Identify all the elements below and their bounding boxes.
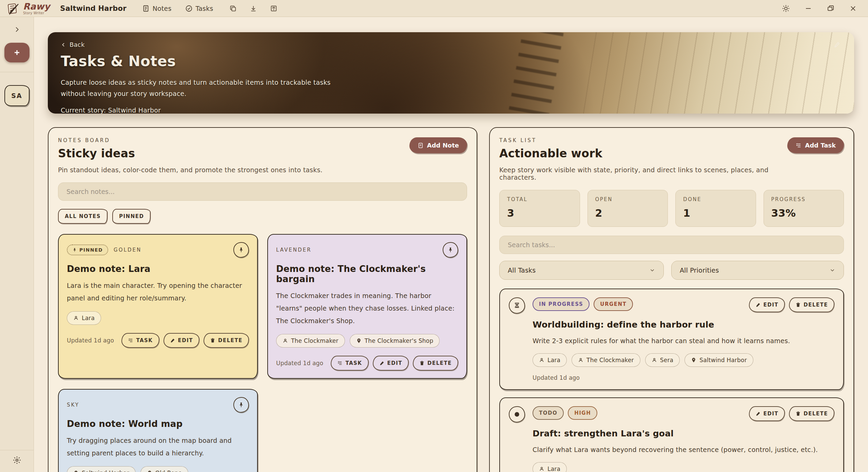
app-tagline: Story Writer (23, 12, 50, 15)
map-pin-icon (356, 338, 362, 343)
search-tasks-input[interactable] (499, 236, 844, 254)
nav-item-notes[interactable]: Notes (142, 5, 172, 12)
note-delete-button[interactable]: DELETE (413, 356, 458, 371)
filter-pinned[interactable]: PINNED (112, 209, 151, 224)
note-edit-button[interactable]: EDIT (373, 356, 409, 371)
person-icon (652, 357, 657, 363)
notes-board-panel: NOTES BOARD Sticky ideas Pin standout id… (48, 127, 477, 472)
copy-icon (229, 5, 237, 12)
person-icon (283, 338, 288, 343)
task-priority-filter[interactable]: All Priorities (671, 261, 844, 280)
note-card-lara: PINNED GOLDEN Demo note: Lara Lara is th… (58, 234, 258, 379)
map-pin-icon (691, 357, 696, 363)
trash-icon (419, 360, 425, 366)
task-delete-button[interactable]: DELETE (789, 297, 834, 312)
pin-icon (238, 247, 244, 253)
task-status-filter[interactable]: All Tasks (499, 261, 664, 280)
pin-toggle-button[interactable] (443, 242, 458, 258)
note-to-task-button[interactable]: TASK (121, 333, 159, 348)
character-tag: The Clockmaker (572, 353, 640, 367)
task-edit-button[interactable]: EDIT (749, 297, 785, 312)
pin-toggle-button[interactable] (233, 242, 249, 258)
note-card-clockmaker: LAVENDER Demo note: The Clockmaker's bar… (267, 234, 467, 379)
note-title: Demo note: The Clockmaker's bargain (276, 264, 458, 284)
status-badge: IN PROGRESS (533, 297, 590, 311)
rawy-logo-icon (7, 2, 20, 15)
sun-icon (782, 4, 790, 13)
task-title: Draft: strengthen Lara's goal (533, 429, 834, 438)
trash-icon (795, 411, 801, 416)
character-tag: Lara (533, 462, 567, 472)
note-title: Demo note: Lara (67, 264, 249, 274)
nav-item-tasks[interactable]: Tasks (185, 5, 213, 12)
search-notes-input[interactable] (58, 182, 467, 201)
note-color-label: SKY (67, 402, 79, 408)
print-icon (270, 5, 277, 12)
place-tag: Saltwind Harbor (67, 466, 136, 472)
task-status-toggle[interactable] (509, 297, 525, 314)
note-to-task-button[interactable]: TASK (331, 356, 368, 371)
close-button[interactable] (848, 3, 859, 14)
download-button[interactable] (248, 3, 258, 14)
hero-edit-button[interactable] (834, 41, 841, 48)
chevron-down-icon (649, 267, 655, 273)
task-list-icon (128, 338, 133, 343)
nav-label: Notes (153, 5, 172, 12)
sidebar-divider (0, 72, 34, 72)
add-task-button[interactable]: Add Task (787, 137, 844, 153)
person-icon (539, 357, 544, 363)
note-color-label: LAVENDER (276, 247, 311, 253)
task-delete-button[interactable]: DELETE (789, 406, 834, 421)
topbar: Rawy Story Writer Saltwind Harbor Notes … (0, 0, 868, 17)
minimize-icon (804, 4, 812, 13)
map-pin-icon (147, 470, 152, 472)
pencil-icon (834, 41, 841, 48)
task-stats: TOTAL 3 OPEN 2 DONE 1 PROGRESS 33% (499, 190, 844, 227)
note-delete-button[interactable]: DELETE (204, 333, 249, 348)
character-tag: Lara (533, 353, 567, 367)
task-list: IN PROGRESS URGENT EDIT DELET (499, 289, 844, 472)
person-icon (578, 357, 583, 363)
settings-button[interactable] (13, 456, 21, 465)
plus-icon (13, 48, 21, 57)
app-name: Rawy (23, 2, 50, 11)
notes-eyebrow: NOTES BOARD (58, 137, 323, 143)
status-badge: TODO (533, 406, 564, 420)
new-story-button[interactable] (4, 43, 30, 62)
story-avatar[interactable]: SA (4, 85, 30, 106)
task-status-toggle[interactable] (509, 406, 525, 422)
window-controls (780, 3, 861, 14)
back-label: Back (70, 41, 85, 48)
filter-all-notes[interactable]: ALL NOTES (58, 209, 108, 224)
gear-icon (13, 456, 21, 465)
note-edit-button[interactable]: EDIT (163, 333, 200, 348)
note-body: Try dragging places around on the map bo… (67, 434, 249, 459)
pin-toggle-button[interactable] (233, 397, 249, 413)
app-logo: Rawy Story Writer (7, 2, 50, 15)
pinned-badge: PINNED (67, 244, 108, 255)
theme-toggle-button[interactable] (780, 3, 791, 14)
note-updated: Updated 1d ago (276, 360, 323, 367)
copy-button[interactable] (228, 3, 238, 14)
sidebar-expand-button[interactable] (13, 26, 21, 33)
restore-icon (827, 4, 835, 13)
place-tag: Old Rope (140, 466, 189, 472)
pencil-icon (755, 411, 761, 416)
pin-icon (447, 247, 454, 253)
top-navigation: Notes Tasks (142, 5, 213, 12)
minimize-button[interactable] (803, 3, 814, 14)
print-button[interactable] (269, 3, 279, 14)
page-description: Capture loose ideas as sticky notes and … (61, 77, 339, 100)
pencil-icon (170, 338, 175, 343)
note-icon (418, 142, 424, 149)
add-note-button[interactable]: Add Note (409, 137, 467, 153)
task-edit-button[interactable]: EDIT (749, 406, 785, 421)
notes-description: Pin standout ideas, color-code them, and… (58, 166, 323, 174)
task-updated: Updated 1d ago (533, 374, 834, 381)
task-title: Worldbuilding: define the harbor rule (533, 320, 834, 330)
maximize-button[interactable] (825, 3, 836, 14)
notes-title: Sticky ideas (58, 147, 323, 160)
chevron-left-icon (61, 42, 66, 47)
note-title: Demo note: World map (67, 419, 249, 429)
back-button[interactable]: Back (61, 41, 841, 48)
